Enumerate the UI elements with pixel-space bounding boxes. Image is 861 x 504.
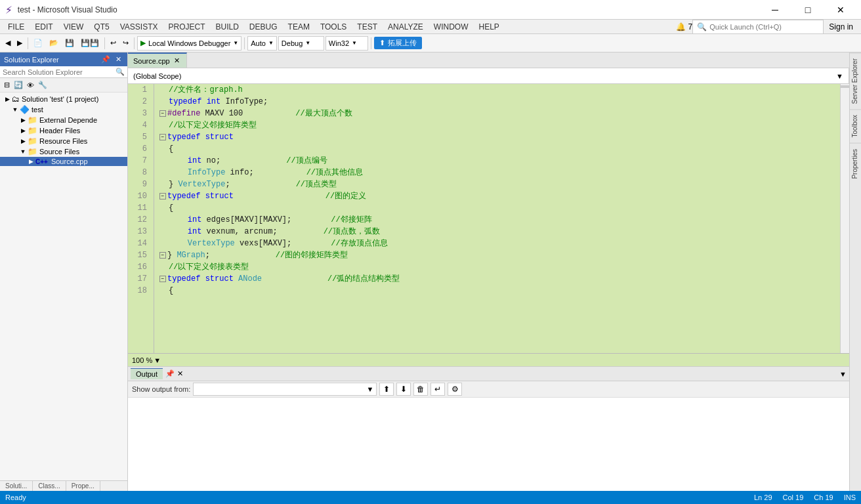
fold-btn-3[interactable]: − xyxy=(159,110,166,117)
fold-btn-15[interactable]: − xyxy=(159,252,166,259)
source-cpp-item[interactable]: ▶ C++ Source.cpp xyxy=(0,157,127,166)
build-config-dropdown[interactable]: Debug ▼ xyxy=(278,36,324,51)
menu-qt5[interactable]: QT5 xyxy=(89,21,114,33)
solution-item[interactable]: ▶ 🗂 Solution 'test' (1 project) xyxy=(0,94,127,104)
config-dropdown[interactable]: Auto ▼ xyxy=(247,36,277,51)
menu-vassistx[interactable]: VASSISTX xyxy=(115,21,163,33)
header-files-item[interactable]: ▶ 📁 Header Files xyxy=(0,125,127,136)
menu-analyze[interactable]: ANALYZE xyxy=(383,21,429,33)
forward-button[interactable]: ▶ xyxy=(14,36,25,51)
panel-header-buttons: 📌 ✕ xyxy=(99,54,123,64)
platform-dropdown[interactable]: Win32 ▼ xyxy=(326,36,368,51)
properties-panel-tab[interactable]: Properties xyxy=(850,143,861,184)
menu-edit[interactable]: EDIT xyxy=(30,21,58,33)
properties-button[interactable]: 🔧 xyxy=(37,79,49,91)
status-ins: INS xyxy=(844,494,856,501)
build-config-arrow: ▼ xyxy=(305,40,310,46)
menu-debug[interactable]: DEBUG xyxy=(244,21,283,33)
file-tab-name: Source.cpp xyxy=(133,57,170,65)
upload-button[interactable]: ⬆ 拓展上传 xyxy=(374,37,422,49)
search-button[interactable]: 🔍 xyxy=(116,68,125,76)
code-line-16: //以下定义邻接表类型 xyxy=(159,261,840,273)
solution-label: Solution 'test' (1 project) xyxy=(22,95,98,103)
code-line-11: { xyxy=(159,202,840,214)
output-tab-pin[interactable]: 📌 xyxy=(165,369,175,378)
menu-team[interactable]: TEAM xyxy=(283,21,315,33)
menu-test[interactable]: TEST xyxy=(352,21,383,33)
undo-button[interactable]: ↩ xyxy=(108,36,119,51)
quick-launch-input[interactable] xyxy=(709,23,819,31)
output-next-btn[interactable]: ⬇ xyxy=(396,383,411,396)
search-icon: 🔍 xyxy=(697,22,707,32)
menu-tools[interactable]: TOOLS xyxy=(315,21,352,33)
fold-btn-10[interactable]: − xyxy=(159,193,166,200)
output-prev-btn[interactable]: ⬆ xyxy=(379,383,394,396)
output-tab-close-btn[interactable]: ✕ xyxy=(177,369,183,378)
menu-project[interactable]: PROJECT xyxy=(163,21,211,33)
scope-bar: (Global Scope) ▼ xyxy=(128,68,849,84)
code-line-10: − typedef struct//图的定义 xyxy=(159,190,840,202)
save-all-button[interactable]: 💾💾 xyxy=(78,36,102,51)
ext-dep-icon: 📁 xyxy=(28,116,37,125)
main-layout: Solution Explorer 📌 ✕ 🔍 ⊟ 🔄 👁 🔧 ▶ 🗂 Solu… xyxy=(0,52,861,491)
file-tab-close[interactable]: ✕ xyxy=(173,56,181,65)
close-button[interactable]: ✕ xyxy=(826,0,856,20)
window-title: test - Microsoft Visual Studio xyxy=(18,5,760,14)
solution-tab[interactable]: Soluti... xyxy=(0,481,33,491)
scope-dropdown[interactable]: (Global Scope) ▼ xyxy=(128,68,849,83)
panel-close-button[interactable]: ✕ xyxy=(114,54,123,64)
show-all-button[interactable]: 👁 xyxy=(26,80,35,91)
restore-button[interactable]: □ xyxy=(793,0,823,20)
code-line-13: int vexnum, arcnum;//顶点数，弧数 xyxy=(159,226,840,238)
open-button[interactable]: 📂 xyxy=(47,36,61,51)
zoom-bar: 100 % ▼ xyxy=(128,353,849,366)
fold-btn-5[interactable]: − xyxy=(159,134,166,140)
zoom-dropdown-icon[interactable]: ▼ xyxy=(154,356,161,364)
refresh-button[interactable]: 🔄 xyxy=(12,79,24,91)
menu-file[interactable]: FILE xyxy=(3,21,30,33)
code-editor[interactable]: 1 2 3 4 5 6 7 8 9 10 11 12 13 14 15 16 1 xyxy=(128,84,849,353)
menu-view[interactable]: VIEW xyxy=(58,21,89,33)
notification-area: 🔔 7 xyxy=(676,22,693,32)
code-line-15: − } MGraph;//图的邻接矩阵类型 xyxy=(159,249,840,261)
output-clear-btn[interactable]: 🗑 xyxy=(413,383,428,396)
solution-arrow: ▶ xyxy=(3,96,12,102)
collapse-all-button[interactable]: ⊟ xyxy=(3,79,11,91)
resource-label: Resource Files xyxy=(39,137,87,145)
redo-button[interactable]: ↪ xyxy=(120,36,131,51)
config-arrow: ▼ xyxy=(268,40,274,46)
new-file-button[interactable]: 📄 xyxy=(31,36,45,51)
class-tab[interactable]: Class... xyxy=(33,481,66,491)
output-tab[interactable]: Output xyxy=(131,368,163,379)
output-source-dropdown[interactable]: ▼ xyxy=(193,383,377,396)
ext-dep-item[interactable]: ▶ 📁 External Depende xyxy=(0,115,127,125)
window-controls: ─ □ ✕ xyxy=(760,0,856,20)
project-item[interactable]: ▼ 🔷 test xyxy=(0,104,127,115)
server-explorer-tab[interactable]: Server Explorer xyxy=(850,52,861,109)
toolbox-tab[interactable]: Toolbox xyxy=(850,109,861,142)
sign-in-link[interactable]: Sign in xyxy=(824,21,858,33)
debug-mode-dropdown[interactable]: ▶ Local Windows Debugger ▼ xyxy=(137,36,242,51)
minimize-button[interactable]: ─ xyxy=(760,0,790,20)
right-panels: Server Explorer Toolbox Properties xyxy=(849,52,861,491)
menu-build[interactable]: BUILD xyxy=(211,21,244,33)
resource-files-item[interactable]: ▶ 📁 Resource Files xyxy=(0,136,127,146)
output-options-btn[interactable]: ⚙ xyxy=(448,383,462,396)
pin-button[interactable]: 📌 xyxy=(99,54,112,64)
properties-tab[interactable]: Prope... xyxy=(66,481,100,491)
output-chevron[interactable]: ▼ xyxy=(839,370,847,378)
code-line-7: int no;//顶点编号 xyxy=(159,155,840,167)
source-files-item[interactable]: ▼ 📁 Source Files xyxy=(0,146,127,157)
code-line-1: //文件名：graph.h xyxy=(159,84,840,96)
back-button[interactable]: ◀ xyxy=(3,36,13,51)
save-button[interactable]: 💾 xyxy=(62,36,77,51)
source-cpp-tab[interactable]: Source.cpp ✕ xyxy=(128,52,187,68)
menu-help[interactable]: HELP xyxy=(473,21,504,33)
editor-scrollbar[interactable] xyxy=(840,84,849,353)
search-input[interactable] xyxy=(3,68,116,76)
fold-btn-17[interactable]: − xyxy=(159,276,166,282)
output-word-wrap-btn[interactable]: ↵ xyxy=(430,383,445,396)
menu-window[interactable]: WINDOW xyxy=(429,21,474,33)
scope-label: (Global Scope) xyxy=(133,72,181,80)
bell-icon[interactable]: 🔔 xyxy=(676,22,686,32)
